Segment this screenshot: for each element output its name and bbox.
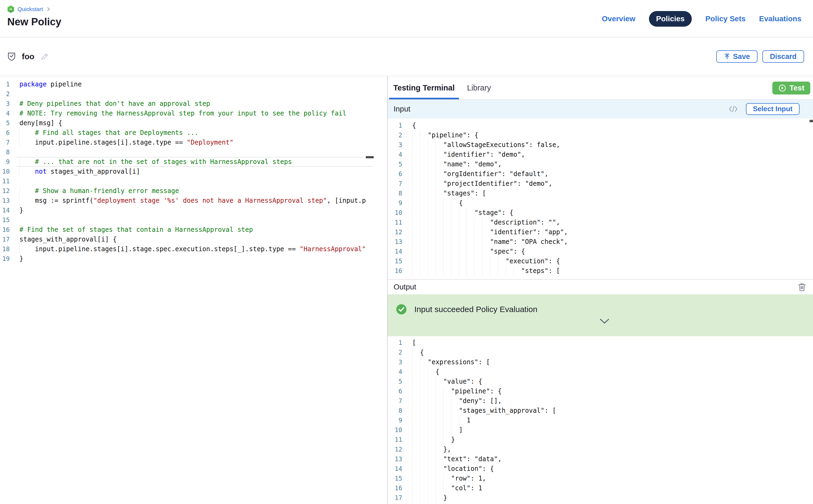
line-number: 16 [387,483,409,493]
indent-guide [412,188,413,198]
code-line[interactable]: 10 not stages_with_approval[i] [0,167,387,176]
line-number: 16 [0,225,16,235]
policy-toolbar: foo Save Discard [0,37,813,76]
terminal-tabs: Testing Terminal Library Test [387,76,813,100]
test-button[interactable]: Test [772,82,811,95]
code-line[interactable]: 17 } [387,493,813,503]
code-line[interactable]: 1package pipeline [0,79,387,89]
code-line[interactable]: 5deny[msg] { [0,118,387,128]
code-line[interactable]: 11 [0,176,387,186]
code-line[interactable]: 5 "value": { [387,377,813,386]
tab-library[interactable]: Library [463,76,496,99]
breadcrumb-link-quickstart[interactable]: Quickstart [18,6,43,12]
code-line[interactable]: 8 "stages": [ [387,188,813,198]
line-number: 3 [387,357,409,367]
indent-guide [420,367,420,377]
nav-item-evaluations[interactable]: Evaluations [759,15,801,23]
code-line[interactable]: 4 "identifier": "demo", [387,150,813,159]
code-line[interactable]: 12 }, [387,445,813,454]
code-line[interactable]: 1{ [387,121,813,130]
indent-guide [451,425,451,435]
code-line[interactable]: 2 "pipeline": { [387,130,813,140]
code-line[interactable]: 8 [0,147,387,157]
code-line[interactable]: 9 { [387,198,813,208]
indent-guide [19,186,20,196]
code-line[interactable]: 10 "stage": { [387,208,813,218]
code-line[interactable]: 6 "orgIdentifier": "default", [387,169,813,179]
main-area: 1package pipeline23# Deny pipelines that… [0,76,813,504]
code-line[interactable]: 15 "row": 1, [387,474,813,483]
code-line[interactable]: 12 # Show a human-friendly error message [0,186,387,196]
code-line[interactable]: 15 [0,215,387,225]
code-line[interactable]: 14} [0,205,387,215]
code-line[interactable]: 5 "name": "demo", [387,159,813,169]
code-line[interactable]: 9 1 [387,415,813,425]
code-line[interactable]: 4# NOTE: Try removing the HarnessApprova… [0,109,387,118]
indent-guide [428,503,428,504]
code-line[interactable]: 3 "expressions": [ [387,357,813,367]
indent-guide [420,266,420,276]
code-line[interactable]: 14 "location": { [387,464,813,474]
code-line[interactable]: 6 # Find all stages that are Deployments… [0,128,387,138]
code-line[interactable]: 18 input.pipeline.stages[i].stage.spec.e… [0,244,387,254]
code-line[interactable]: 19} [0,254,387,264]
select-input-button[interactable]: Select Input [746,103,800,115]
code-line[interactable]: 16 "steps": [ [387,266,813,276]
indent-guide [420,406,420,415]
code-line[interactable]: 1[ [387,338,813,348]
code-line[interactable]: 16# Find the set of stages that contain … [0,225,387,235]
code-line[interactable]: 9 # ... that are not in the set of stage… [0,157,387,167]
trash-icon[interactable] [798,283,806,291]
input-json-editor[interactable]: 1{2 "pipeline": {3 "allowStageExecutions… [387,118,813,280]
code-line[interactable]: 7 "projectIdentifier": "demo", [387,179,813,188]
policy-code-editor[interactable]: 1package pipeline23# Deny pipelines that… [0,76,387,504]
tab-testing-terminal[interactable]: Testing Terminal [389,76,459,99]
code-line[interactable]: 11 } [387,435,813,445]
code-line[interactable]: 13 "name": "OPA check", [387,237,813,247]
line-number: 15 [387,256,409,266]
code-line[interactable]: 17stages_with_approval[i] { [0,235,387,244]
indent-guide [412,503,413,504]
indent-guide [436,396,436,406]
code-line[interactable]: 18 } [387,503,813,504]
indent-guide [436,227,436,237]
indent-guide [436,483,436,493]
save-button[interactable]: Save [716,50,758,63]
indent-guide [420,493,420,503]
code-line[interactable]: 16 "col": 1 [387,483,813,493]
indent-guide [459,227,459,237]
indent-guide [436,266,436,276]
code-line[interactable]: 13 msg := sprintf("deployment stage '%s'… [0,196,387,205]
indent-guide [428,474,428,483]
code-line[interactable]: 3# Deny pipelines that don't have an app… [0,99,387,109]
chevron-down-icon[interactable] [599,319,610,324]
code-line[interactable]: 14 "spec": { [387,247,813,256]
line-number: 10 [0,167,16,176]
line-number: 18 [0,244,16,254]
line-number: 6 [387,386,409,396]
code-line[interactable]: 15 "execution": { [387,256,813,266]
nav-item-policies[interactable]: Policies [649,11,692,27]
code-line[interactable]: 7 "deny": [], [387,396,813,406]
nav-item-policy-sets[interactable]: Policy Sets [705,15,745,23]
nav-item-overview[interactable]: Overview [602,15,636,23]
code-line[interactable]: 6 "pipeline": { [387,386,813,396]
code-line[interactable]: 8 "stages_with_approval": [ [387,406,813,415]
discard-button[interactable]: Discard [762,50,804,63]
code-line[interactable]: 7 input.pipeline.stages[i].stage.type ==… [0,138,387,147]
code-line[interactable]: 3 "allowStageExecutions": false, [387,140,813,150]
code-line[interactable]: 4 { [387,367,813,377]
code-line[interactable]: 12 "identifier": "app", [387,227,813,237]
code-line[interactable]: 2 { [387,348,813,357]
code-line[interactable]: 13 "text": "data", [387,454,813,464]
code-icon[interactable] [729,105,738,113]
code-line[interactable]: 2 [0,89,387,99]
output-json-editor[interactable]: 1[2 {3 "expressions": [4 {5 "value": {6 … [387,336,813,504]
line-number: 9 [0,157,16,167]
edit-name-button[interactable] [40,52,49,61]
indent-guide [420,188,420,198]
indent-guide [428,179,428,188]
code-line[interactable]: 11 "description": "", [387,218,813,227]
indent-guide [428,464,428,474]
code-line[interactable]: 10 ] [387,425,813,435]
